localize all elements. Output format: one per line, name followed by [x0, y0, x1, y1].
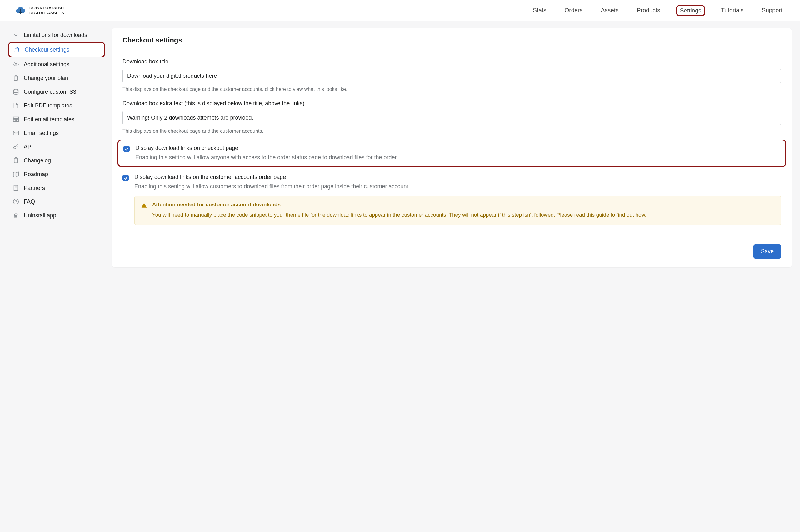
- nav-tutorials[interactable]: Tutorials: [719, 5, 746, 16]
- checkbox-display-links-checkout: Display download links on checkout page …: [117, 139, 786, 167]
- file-icon: [13, 102, 19, 109]
- main-panel: Checkout settings Download box title Thi…: [112, 28, 792, 267]
- sidebar-item-label: Limitations for downloads: [24, 32, 87, 38]
- clipboard-icon: [13, 75, 19, 81]
- page-title: Checkout settings: [112, 28, 792, 51]
- sidebar-item-label: Uninstall app: [24, 212, 56, 219]
- mail-icon: [13, 130, 19, 136]
- field-label: Download box extra text (this is display…: [123, 100, 781, 107]
- sidebar-item-label: Configure custom S3: [24, 89, 76, 95]
- database-icon: [13, 88, 19, 95]
- help-icon: [13, 198, 19, 205]
- sidebar-item-edit-email-templates[interactable]: Edit email templates: [8, 112, 105, 126]
- sidebar-item-change-your-plan[interactable]: Change your plan: [8, 71, 105, 85]
- checkbox-display-links-customer-accounts: Display download links on the customer a…: [123, 170, 781, 229]
- trash-icon: [13, 212, 19, 219]
- bag-icon: [14, 46, 20, 53]
- nav-settings[interactable]: Settings: [676, 5, 706, 16]
- sidebar-item-changelog[interactable]: Changelog: [8, 154, 105, 167]
- app-header: DOWNLOADABLE DIGITAL ASSETS StatsOrdersA…: [0, 0, 800, 21]
- sidebar-item-label: Additional settings: [24, 61, 69, 68]
- sidebar-item-additional-settings[interactable]: Additional settings: [8, 57, 105, 71]
- sidebar-item-roadmap[interactable]: Roadmap: [8, 167, 105, 181]
- help-text: This displays on the checkout page and t…: [123, 128, 781, 134]
- download-box-extra-input[interactable]: [123, 111, 781, 125]
- sidebar-item-label: Changelog: [24, 157, 51, 164]
- svg-rect-11: [14, 186, 18, 191]
- sidebar-item-label: FAQ: [24, 198, 35, 205]
- field-download-box-title: Download box title This displays on the …: [123, 58, 781, 92]
- clipboard-icon: [13, 157, 19, 164]
- map-icon: [13, 171, 19, 178]
- sidebar-item-label: API: [24, 144, 33, 150]
- sidebar-item-label: Edit email templates: [24, 116, 74, 123]
- sidebar-item-label: Roadmap: [24, 171, 48, 178]
- top-nav: StatsOrdersAssetsProductsSettingsTutoria…: [530, 5, 785, 16]
- checkbox-label: Display download links on checkout page: [135, 145, 780, 151]
- sidebar-item-partners[interactable]: Partners: [8, 181, 105, 195]
- svg-point-8: [14, 147, 16, 149]
- nav-stats[interactable]: Stats: [530, 5, 549, 16]
- guide-link[interactable]: read this guide to find out how.: [575, 212, 647, 218]
- layout-icon: [13, 116, 19, 123]
- sidebar-item-uninstall-app[interactable]: Uninstall app: [8, 209, 105, 222]
- sidebar-item-label: Checkout settings: [25, 46, 69, 53]
- checkmark-icon: [125, 147, 129, 151]
- field-download-box-extra: Download box extra text (this is display…: [123, 100, 781, 134]
- nav-support[interactable]: Support: [759, 5, 785, 16]
- svg-rect-4: [14, 117, 19, 119]
- building-icon: [13, 185, 19, 191]
- nav-orders[interactable]: Orders: [562, 5, 585, 16]
- sidebar-item-label: Change your plan: [24, 75, 68, 81]
- field-label: Download box title: [123, 58, 781, 65]
- nav-assets[interactable]: Assets: [598, 5, 621, 16]
- svg-rect-14: [144, 206, 144, 207]
- alert-text: You will need to manually place the code…: [152, 211, 775, 219]
- svg-rect-6: [17, 119, 18, 121]
- download-box-title-input[interactable]: [123, 69, 781, 83]
- sidebar-item-edit-pdf-templates[interactable]: Edit PDF templates: [8, 99, 105, 112]
- svg-rect-13: [144, 205, 144, 206]
- brand-text: DOWNLOADABLE DIGITAL ASSETS: [30, 6, 66, 15]
- attention-alert: Attention needed for customer account do…: [134, 196, 781, 225]
- alert-title: Attention needed for customer account do…: [152, 202, 775, 208]
- svg-rect-5: [14, 119, 16, 121]
- svg-point-3: [14, 89, 18, 91]
- checkmark-icon: [124, 176, 128, 180]
- preview-link[interactable]: click here to view what this looks like.: [265, 87, 347, 92]
- sidebar-item-faq[interactable]: FAQ: [8, 195, 105, 209]
- logo-cloud-icon: [15, 5, 25, 16]
- form-footer: Save: [112, 237, 792, 267]
- sidebar-item-configure-custom-s3[interactable]: Configure custom S3: [8, 85, 105, 99]
- sidebar-item-label: Partners: [24, 185, 45, 191]
- save-button[interactable]: Save: [753, 245, 781, 259]
- key-icon: [13, 143, 19, 150]
- warning-icon: [141, 202, 147, 209]
- checkbox-description: Enabling this setting will allow custome…: [134, 182, 781, 191]
- checkbox-input[interactable]: [123, 175, 129, 181]
- sidebar-item-label: Edit PDF templates: [24, 102, 72, 109]
- svg-point-0: [15, 63, 17, 65]
- sidebar-item-email-settings[interactable]: Email settings: [8, 126, 105, 140]
- help-text: This displays on the checkout page and t…: [123, 87, 781, 92]
- checkbox-description: Enabling this setting will allow anyone …: [135, 153, 780, 162]
- checkbox-input[interactable]: [124, 146, 130, 152]
- sidebar: Limitations for downloadsCheckout settin…: [8, 28, 105, 267]
- nav-products[interactable]: Products: [634, 5, 663, 16]
- gear-icon: [13, 61, 19, 68]
- download-icon: [13, 32, 19, 38]
- sidebar-item-api[interactable]: API: [8, 140, 105, 154]
- settings-form: Download box title This displays on the …: [112, 51, 792, 237]
- sidebar-item-checkout-settings[interactable]: Checkout settings: [8, 42, 105, 57]
- sidebar-item-label: Email settings: [24, 130, 59, 136]
- sidebar-item-limitations-for-downloads[interactable]: Limitations for downloads: [8, 28, 105, 42]
- checkbox-label: Display download links on the customer a…: [134, 174, 781, 180]
- brand-logo[interactable]: DOWNLOADABLE DIGITAL ASSETS: [15, 5, 66, 16]
